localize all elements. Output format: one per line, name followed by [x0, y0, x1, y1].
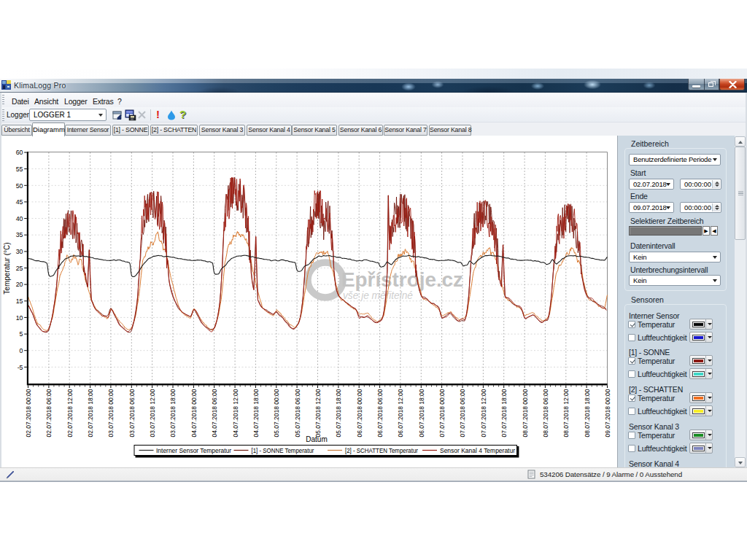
- svg-text:05.07.2018 06:00: 05.07.2018 06:00: [294, 389, 301, 438]
- svg-text:02.07.2018 12:00: 02.07.2018 12:00: [66, 389, 74, 438]
- svg-text:06.07.2018 12:00: 06.07.2018 12:00: [397, 389, 404, 438]
- svg-text:10: 10: [16, 314, 23, 322]
- svg-text:08.07.2018 00:00: 08.07.2018 00:00: [522, 389, 529, 438]
- svg-text:Interner Sensor Temperatur: Interner Sensor Temperatur: [156, 447, 231, 454]
- svg-text:30: 30: [16, 248, 23, 255]
- svg-text:07.07.2018 00:00: 07.07.2018 00:00: [438, 389, 446, 438]
- svg-text:02.07.2018 00:00: 02.07.2018 00:00: [25, 389, 32, 438]
- svg-text:07.07.2018 18:00: 07.07.2018 18:00: [500, 389, 508, 438]
- svg-text:04.07.2018 18:00: 04.07.2018 18:00: [252, 389, 260, 438]
- svg-text:03.07.2018 12:00: 03.07.2018 12:00: [149, 389, 156, 438]
- svg-text:60: 60: [16, 149, 23, 156]
- svg-text:55: 55: [16, 166, 23, 173]
- svg-text:25: 25: [16, 265, 23, 272]
- svg-text:-5: -5: [18, 364, 23, 371]
- svg-text:40: 40: [16, 215, 23, 222]
- svg-text:05.07.2018 12:00: 05.07.2018 12:00: [314, 389, 322, 438]
- svg-text:06.07.2018 00:00: 06.07.2018 00:00: [356, 389, 363, 438]
- svg-text:06.07.2018 06:00: 06.07.2018 06:00: [376, 389, 384, 438]
- svg-text:35: 35: [16, 231, 23, 238]
- svg-text:Temperatur (°C): Temperatur (°C): [3, 242, 11, 294]
- svg-text:04.07.2018 06:00: 04.07.2018 06:00: [211, 389, 218, 438]
- svg-text:[1] - SONNE Temperatur: [1] - SONNE Temperatur: [252, 447, 314, 454]
- svg-text:vše je měřitelné: vše je měřitelné: [343, 289, 413, 301]
- svg-text:05.07.2018 00:00: 05.07.2018 00:00: [273, 389, 280, 438]
- svg-text:07.07.2018 06:00: 07.07.2018 06:00: [459, 389, 466, 438]
- svg-text:20: 20: [16, 281, 23, 288]
- svg-text:08.07.2018 18:00: 08.07.2018 18:00: [584, 389, 591, 438]
- svg-text:0: 0: [20, 347, 23, 354]
- svg-text:08.07.2018 12:00: 08.07.2018 12:00: [562, 389, 570, 438]
- svg-text:04.07.2018 00:00: 04.07.2018 00:00: [190, 389, 198, 438]
- svg-text:Datum: Datum: [306, 435, 327, 443]
- svg-text:02.07.2018 18:00: 02.07.2018 18:00: [87, 389, 94, 438]
- svg-text:05.07.2018 18:00: 05.07.2018 18:00: [335, 389, 342, 438]
- svg-text:45: 45: [16, 198, 23, 206]
- svg-text:07.07.2018 12:00: 07.07.2018 12:00: [480, 389, 487, 438]
- svg-text:09.07.2018 00:00: 09.07.2018 00:00: [604, 389, 611, 438]
- svg-text:02.07.2018 06:00: 02.07.2018 06:00: [45, 389, 53, 438]
- svg-text:50: 50: [16, 182, 23, 190]
- svg-text:08.07.2018 06:00: 08.07.2018 06:00: [542, 389, 549, 438]
- svg-text:03.07.2018 18:00: 03.07.2018 18:00: [169, 389, 177, 438]
- svg-text:5: 5: [20, 330, 23, 338]
- svg-text:03.07.2018 00:00: 03.07.2018 00:00: [107, 389, 115, 438]
- svg-text:Epřístroje.cz: Epřístroje.cz: [341, 268, 463, 291]
- svg-text:04.07.2018 12:00: 04.07.2018 12:00: [232, 389, 239, 438]
- svg-text:06.07.2018 18:00: 06.07.2018 18:00: [418, 389, 425, 438]
- svg-text:Sensor Kanal 4 Temperatur: Sensor Kanal 4 Temperatur: [440, 447, 515, 454]
- svg-text:03.07.2018 06:00: 03.07.2018 06:00: [128, 389, 136, 438]
- svg-text:15: 15: [16, 298, 23, 305]
- svg-text:[2] - SCHATTEN Temperatur: [2] - SCHATTEN Temperatur: [345, 447, 418, 454]
